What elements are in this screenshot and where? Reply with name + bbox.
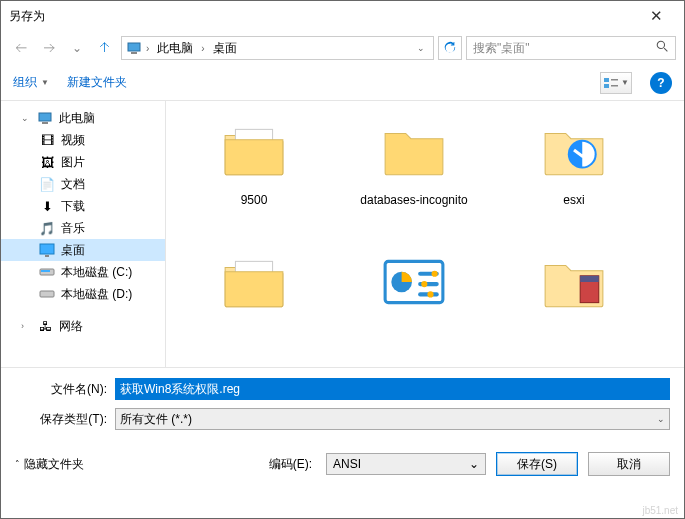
music-icon: 🎵 [39,220,55,236]
svg-rect-11 [45,255,49,257]
file-item[interactable] [494,243,654,367]
filename-input[interactable] [115,378,670,400]
file-item[interactable]: 9500 [174,111,334,235]
search-box[interactable]: 搜索"桌面" [466,36,676,60]
close-button[interactable]: ✕ [636,7,676,25]
chevron-down-icon: ⌄ [469,457,479,471]
disk-icon [39,264,55,280]
chevron-right-icon: › [199,43,206,54]
main-area: ⌄ 此电脑 🎞视频 🖼图片 📄文档 ⬇下载 🎵音乐 桌面 本地磁盘 (C:) 本… [1,101,684,367]
caret-icon: ⌄ [21,113,31,123]
svg-rect-14 [40,291,54,297]
refresh-button[interactable] [438,36,462,60]
folder-icon [215,111,293,189]
recent-dropdown[interactable]: ⌄ [65,36,89,60]
network-icon: 🖧 [37,318,53,334]
toolbar: 组织 ▼ 新建文件夹 ▼ ? [1,65,684,101]
svg-rect-13 [41,270,50,272]
up-button[interactable]: 🡡 [93,36,117,60]
svg-rect-10 [40,244,54,254]
caret-up-icon: ˄ [15,459,20,469]
filename-label: 文件名(N): [15,381,115,398]
savetype-label: 保存类型(T): [15,411,115,428]
folder-icon [535,111,613,189]
video-icon: 🎞 [39,132,55,148]
svg-rect-1 [131,52,137,54]
chevron-down-icon: ▼ [41,78,49,87]
document-icon: 📄 [39,176,55,192]
breadcrumb-seg-desktop[interactable]: 桌面 [209,40,241,57]
tree-item-disk-d[interactable]: 本地磁盘 (D:) [1,283,165,305]
svg-point-23 [421,281,427,287]
svg-point-2 [657,41,664,48]
app-icon [375,243,453,321]
pc-icon [37,110,53,126]
disk-icon [39,286,55,302]
svg-rect-4 [604,78,609,82]
encoding-select[interactable]: ANSI ⌄ [326,453,486,475]
svg-rect-5 [604,84,609,88]
savetype-select[interactable]: 所有文件 (*.*) ⌄ [115,408,670,430]
tree-this-pc[interactable]: ⌄ 此电脑 [1,107,165,129]
svg-rect-7 [611,85,618,87]
caret-icon: › [21,321,31,331]
svg-rect-0 [128,43,140,51]
download-icon: ⬇ [39,198,55,214]
svg-rect-6 [611,79,618,81]
encoding-label: 编码(E): [269,456,316,473]
file-item[interactable]: databases-incognito [334,111,494,235]
chevron-down-icon: ⌄ [657,414,665,424]
chevron-right-icon: › [144,43,151,54]
tree-item-music[interactable]: 🎵音乐 [1,217,165,239]
folder-icon [375,111,453,189]
back-button[interactable]: 🡠 [9,36,33,60]
navigation-bar: 🡠 🡢 ⌄ 🡡 › 此电脑 › 桌面 ⌄ 搜索"桌面" [1,31,684,65]
breadcrumb-dropdown[interactable]: ⌄ [413,43,429,53]
tree-item-downloads[interactable]: ⬇下载 [1,195,165,217]
pictures-icon: 🖼 [39,154,55,170]
folder-tree[interactable]: ⌄ 此电脑 🎞视频 🖼图片 📄文档 ⬇下载 🎵音乐 桌面 本地磁盘 (C:) 本… [1,101,166,367]
tree-item-desktop[interactable]: 桌面 [1,239,165,261]
cancel-button[interactable]: 取消 [588,452,670,476]
file-item[interactable] [334,243,494,367]
help-button[interactable]: ? [650,72,672,94]
organize-menu[interactable]: 组织 ▼ [13,74,49,91]
view-mode-button[interactable]: ▼ [600,72,632,94]
file-item[interactable] [174,243,334,367]
svg-point-21 [432,271,438,277]
svg-rect-8 [39,113,51,121]
chevron-down-icon: ▼ [621,78,629,87]
file-item[interactable]: esxi [494,111,654,235]
svg-rect-27 [580,276,599,282]
titlebar: 另存为 ✕ [1,1,684,31]
folder-icon [215,243,293,321]
svg-point-25 [427,291,433,297]
save-button[interactable]: 保存(S) [496,452,578,476]
pc-icon [126,40,142,56]
tree-item-documents[interactable]: 📄文档 [1,173,165,195]
search-placeholder: 搜索"桌面" [473,40,656,57]
breadcrumb-seg-pc[interactable]: 此电脑 [153,40,197,57]
watermark: jb51.net [642,505,678,516]
breadcrumb[interactable]: › 此电脑 › 桌面 ⌄ [121,36,434,60]
svg-rect-9 [42,122,48,124]
svg-line-3 [664,48,667,51]
window-title: 另存为 [9,8,636,25]
desktop-icon [39,242,55,258]
save-form: 文件名(N): 保存类型(T): 所有文件 (*.*) ⌄ [1,367,684,444]
new-folder-button[interactable]: 新建文件夹 [67,74,127,91]
tree-network[interactable]: › 🖧 网络 [1,315,165,337]
forward-button[interactable]: 🡢 [37,36,61,60]
footer: ˄ 隐藏文件夹 编码(E): ANSI ⌄ 保存(S) 取消 [1,444,684,484]
tree-item-pictures[interactable]: 🖼图片 [1,151,165,173]
tree-item-disk-c[interactable]: 本地磁盘 (C:) [1,261,165,283]
hide-folders-toggle[interactable]: ˄ 隐藏文件夹 [15,456,84,473]
folder-icon [535,243,613,321]
file-list[interactable]: 9500 databases-incognito esxi [166,101,684,367]
tree-item-videos[interactable]: 🎞视频 [1,129,165,151]
search-icon [656,40,669,56]
